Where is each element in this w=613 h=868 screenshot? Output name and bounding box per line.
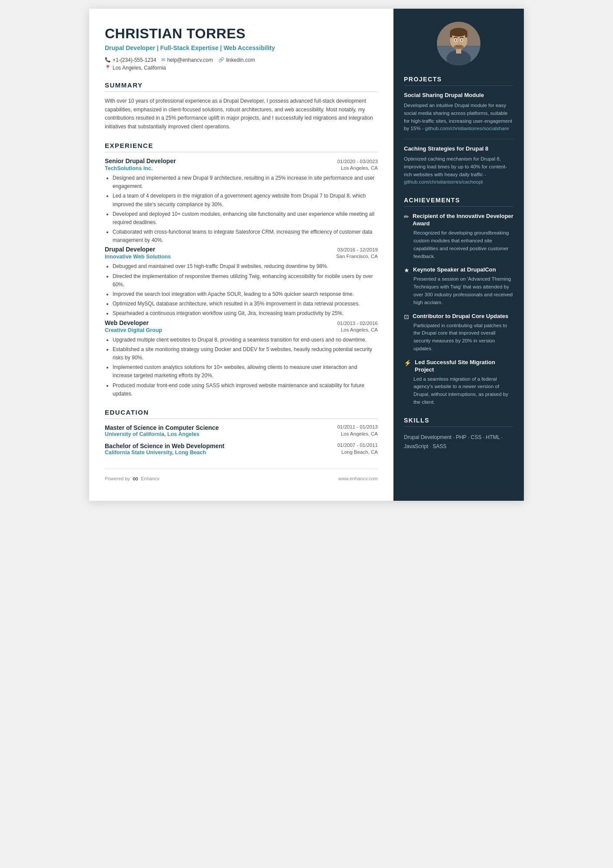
job-1-header: Senior Drupal Developer 01/2020 - 03/202… (105, 158, 378, 164)
project-2-text: Optimized caching mechanism for Drupal 8… (404, 155, 513, 186)
achievement-2-header: ★ Keynote Speaker at DrupalCon (404, 266, 513, 274)
project-1-title: Social Sharing Drupal Module (404, 92, 513, 99)
right-column: PROJECTS Social Sharing Drupal Module De… (393, 9, 524, 501)
edu-1-school-row: University of California, Los Angeles Lo… (105, 431, 378, 437)
bullet: Implemented custom analytics solutions f… (113, 363, 378, 380)
summary-title: SUMMARY (105, 81, 378, 92)
achievement-1-text: Recognized for developing groundbreaking… (404, 229, 513, 260)
achievement-4-header: ⚡ Led Successful Site Migration Project (404, 359, 513, 374)
job-2-header: Drupal Developer 03/2016 - 12/2019 (105, 246, 378, 253)
bullet: Debugged and maintained over 15 high-tra… (113, 262, 378, 271)
contributor-icon: ⊡ (404, 313, 409, 320)
edu-2-degree: Bachelor of Science in Web Development (105, 442, 224, 449)
skills-text: Drupal Development · PHP · CSS · HTML · … (404, 433, 513, 452)
svg-rect-6 (450, 32, 452, 37)
achievement-2-title: Keynote Speaker at DrupalCon (413, 266, 496, 274)
job-2-company: Innovative Web Solutions (105, 254, 171, 260)
phone-text: +1-(234)-555-1234 (113, 57, 156, 63)
edu-2-dates: 01/2007 - 01/2011 (337, 442, 378, 449)
bullet: Collaborated with cross-functional teams… (113, 228, 378, 245)
email-icon: ✉ (161, 57, 165, 63)
resume-header: CHRISTIAN TORRES Drupal Developer | Full… (105, 26, 378, 71)
job-3-company: Creative Digital Group (105, 327, 162, 333)
projects-section: PROJECTS Social Sharing Drupal Module De… (404, 76, 513, 186)
star-icon: ★ (404, 267, 410, 274)
job-1-dates: 01/2020 - 03/2023 (337, 159, 378, 164)
bullet: Improved the search tool integration wit… (113, 290, 378, 298)
project-1-text: Developed an intuitive Drupal module for… (404, 102, 513, 133)
skills-title: SKILLS (404, 417, 513, 427)
achievement-3-title: Contributor to Drupal Core Updates (413, 313, 508, 320)
edu-2-school: California State University, Long Beach (105, 449, 206, 456)
achievements-section: ACHIEVEMENTS ✏ Recipient of the Innovati… (404, 197, 513, 406)
job-3-location: Los Angeles, CA (341, 327, 378, 333)
job-3: Web Developer 01/2013 - 02/2016 Creative… (105, 319, 378, 398)
job-1-company: TechSolutions Inc. (105, 165, 153, 171)
achievement-4-text: Led a seamless migration of a federal ag… (404, 375, 513, 406)
job-2-title: Drupal Developer (105, 246, 155, 253)
job-2: Drupal Developer 03/2016 - 12/2019 Innov… (105, 246, 378, 318)
job-1-bullets: Designed and implemented a new Drupal 9 … (105, 174, 378, 245)
job-1: Senior Drupal Developer 01/2020 - 03/202… (105, 158, 378, 245)
pencil-icon: ✏ (404, 213, 409, 220)
job-2-location: San Francisco, CA (336, 254, 378, 260)
job-2-dates: 03/2016 - 12/2019 (337, 247, 378, 252)
email-text: help@enhancv.com (167, 57, 213, 63)
resume-container: CHRISTIAN TORRES Drupal Developer | Full… (89, 9, 524, 501)
summary-text: With over 10 years of professional exper… (105, 97, 378, 131)
lightning-icon: ⚡ (404, 359, 411, 366)
contact-row: 📞 +1-(234)-555-1234 ✉ help@enhancv.com 🔗… (105, 57, 378, 63)
job-2-bullets: Debugged and maintained over 15 high-tra… (105, 262, 378, 318)
linkedin-text: linkedin.com (226, 57, 255, 63)
projects-title: PROJECTS (404, 76, 513, 86)
link-icon: 🔗 (218, 57, 224, 63)
bullet: Developed and deployed 10+ custom module… (113, 210, 378, 227)
job-3-company-row: Creative Digital Group Los Angeles, CA (105, 327, 378, 333)
phone-icon: 📞 (105, 57, 111, 63)
candidate-subtitle: Drupal Developer | Full-Stack Expertise … (105, 44, 378, 53)
edu-1-degree: Master of Science in Computer Science (105, 424, 219, 431)
powered-by-text: Powered by (105, 476, 130, 481)
bullet: Produced modular front-end code using SA… (113, 382, 378, 398)
education-section: EDUCATION Master of Science in Computer … (105, 409, 378, 456)
achievement-2: ★ Keynote Speaker at DrupalCon Presented… (404, 266, 513, 306)
footer-website: www.enhancv.com (338, 476, 378, 481)
bullet: Upgraded multiple client websites to Dru… (113, 336, 378, 344)
achievement-3: ⊡ Contributor to Drupal Core Updates Par… (404, 313, 513, 353)
address-row: 📍 Los Angeles, California (105, 65, 378, 71)
enhancv-logo-icon: ∞ (133, 474, 138, 483)
svg-point-5 (450, 28, 467, 37)
svg-point-11 (461, 39, 463, 41)
achievement-1-header: ✏ Recipient of the Innovative Developer … (404, 213, 513, 228)
project-2-link: github.com/christiantorres/cacheopt (404, 179, 483, 184)
bullet: Spearheaded a continuous integration wor… (113, 309, 378, 318)
avatar-container (404, 22, 513, 65)
achievement-2-text: Presented a session on 'Advanced Theming… (404, 275, 513, 306)
bullet: Led a team of 4 developers in the migrat… (113, 192, 378, 208)
edu-2-location: Long Beach, CA (341, 449, 378, 456)
svg-point-12 (458, 43, 460, 44)
skills-section: SKILLS Drupal Development · PHP · CSS · … (404, 417, 513, 452)
email-item: ✉ help@enhancv.com (161, 57, 213, 63)
edu-1: Master of Science in Computer Science 01… (105, 424, 378, 437)
job-3-dates: 01/2013 - 02/2016 (337, 321, 378, 326)
edu-1-school: University of California, Los Angeles (105, 431, 200, 437)
edu-1-dates: 01/2011 - 01/2013 (337, 424, 378, 431)
achievement-4: ⚡ Led Successful Site Migration Project … (404, 359, 513, 406)
footer-logo: Powered by ∞ Enhancv (105, 474, 160, 483)
edu-2-header: Bachelor of Science in Web Development 0… (105, 442, 378, 449)
project-divider (404, 139, 513, 139)
linkedin-item: 🔗 linkedin.com (218, 57, 255, 63)
location-icon: 📍 (105, 65, 111, 70)
bullet: Established a site monitoring strategy u… (113, 345, 378, 362)
project-2-title: Caching Strategies for Drupal 8 (404, 145, 513, 153)
address-text: Los Angeles, California (113, 65, 166, 71)
svg-rect-7 (465, 32, 467, 37)
brand-name: Enhancv (141, 476, 160, 481)
summary-section: SUMMARY With over 10 years of profession… (105, 81, 378, 131)
job-3-title: Web Developer (105, 319, 149, 326)
job-1-title: Senior Drupal Developer (105, 158, 176, 164)
svg-point-13 (453, 45, 464, 49)
project-1-link: github.com/christiantorres/socialshare (425, 126, 509, 131)
achievement-1: ✏ Recipient of the Innovative Developer … (404, 213, 513, 260)
